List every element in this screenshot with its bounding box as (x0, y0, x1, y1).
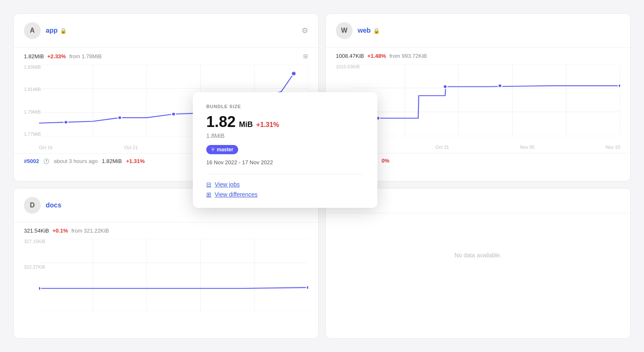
tooltip-dates: 16 Nov 2022 - 17 Nov 2022 (206, 159, 364, 166)
duplicates-card: -duplicates No data available. (325, 188, 631, 339)
app-diff-icon[interactable]: ⊞ (303, 53, 308, 60)
web-lock-icon: 🔒 (373, 28, 380, 34)
app-stat-from: from 1.78MiB (69, 53, 101, 60)
web-chart-svg (351, 64, 620, 136)
tooltip-actions: ⊟ View jobs ⊞ View differences (206, 181, 364, 198)
svg-point-14 (291, 71, 296, 76)
app-footer-change: +1.31% (126, 158, 145, 164)
svg-point-37 (306, 285, 308, 289)
app-y-label-1: 1.83MiB (24, 65, 41, 70)
settings-icon[interactable]: ⚙ (301, 26, 308, 35)
web-avatar: W (336, 22, 353, 39)
app-footer-size: 1.82MiB (102, 158, 122, 164)
app-y-labels: 1.83MiB 1.81MiB 1.79MiB 1.77MiB (24, 65, 41, 137)
view-differences-label: View differences (215, 191, 257, 198)
tooltip-change: +1.31% (256, 121, 279, 129)
web-footer-change: 0% (382, 158, 390, 164)
docs-stat-size: 321.54KiB (24, 228, 49, 234)
docs-stats: 321.54KiB +0.1% from 321.22KiB (14, 223, 318, 236)
tooltip-prev-size: 1.8MiB (206, 132, 364, 139)
jobs-icon: ⊟ (206, 181, 211, 188)
app-build-link[interactable]: #5002 (24, 158, 39, 164)
svg-point-9 (64, 120, 68, 124)
app-card-header: A app 🔒 ⚙ (14, 14, 318, 48)
docs-stat-from: from 321.22KiB (71, 228, 109, 234)
web-stat-size: 1008.47KiB (336, 53, 364, 59)
app-avatar: A (24, 22, 41, 39)
app-y-label-2: 1.81MiB (24, 87, 41, 92)
docs-title[interactable]: docs (46, 202, 61, 209)
branch-name: master (217, 147, 233, 153)
web-x-labels: Oct 26 Oct 31 Nov 05 Nov 10 (351, 145, 620, 150)
app-stat-size: 1.82MiB (24, 53, 44, 60)
app-y-label-4: 1.77MiB (24, 132, 41, 137)
view-jobs-label: View jobs (215, 181, 240, 188)
web-x-label-2: Oct 31 (436, 145, 449, 150)
docs-chart-area: 327.15KiB 322.27KiB (14, 236, 318, 328)
app-stat-change: +2.33% (47, 53, 66, 60)
no-data-message: No data available. (326, 213, 630, 297)
svg-point-27 (618, 84, 620, 88)
docs-chart-svg (39, 239, 308, 311)
clock-icon: 🕐 (43, 158, 49, 164)
docs-avatar: D (24, 197, 41, 214)
docs-stat-change: +0.1% (52, 228, 68, 234)
svg-point-25 (443, 85, 447, 88)
web-stat-change: +1.48% (367, 53, 386, 59)
web-card-header: W web 🔒 (326, 14, 630, 48)
svg-point-26 (498, 84, 502, 88)
web-stats: 1008.47KiB +1.48% from 993.72KiB (326, 48, 630, 61)
app-stats: 1.82MiB +2.33% from 1.78MiB ⊞ (14, 48, 318, 61)
docs-card: D docs 321.54KiB +0.1% from 321.22KiB 32… (13, 188, 319, 339)
tooltip-divider (206, 174, 364, 174)
tooltip-size-unit: MiB (239, 120, 253, 129)
app-x-label-2: Oct 21 (124, 145, 138, 150)
app-x-label-1: Oct 16 (39, 145, 52, 150)
tooltip-branch-badge: ⑂ master (206, 145, 238, 154)
tooltip-size-row: 1.82 MiB +1.31% (206, 113, 364, 131)
web-title[interactable]: web (358, 27, 371, 34)
app-title[interactable]: app (46, 27, 57, 34)
view-jobs-link[interactable]: ⊟ View jobs (206, 181, 364, 188)
svg-point-10 (118, 116, 122, 120)
tooltip-size-main: 1.82 (206, 113, 236, 131)
view-differences-link[interactable]: ⊞ View differences (206, 191, 364, 198)
branch-icon: ⑂ (211, 147, 214, 153)
bundle-size-tooltip: BUNDLE SIZE 1.82 MiB +1.31% 1.8MiB ⑂ mas… (193, 92, 377, 208)
web-x-label-3: Nov 05 (520, 145, 535, 150)
lock-icon: 🔒 (60, 28, 67, 34)
web-x-label-4: Nov 10 (605, 145, 620, 150)
differences-icon: ⊞ (206, 191, 211, 198)
app-y-label-3: 1.79MiB (24, 109, 41, 114)
tooltip-label: BUNDLE SIZE (206, 104, 364, 109)
app-footer-time: about 3 hours ago (54, 158, 98, 164)
svg-point-11 (171, 112, 175, 116)
svg-point-36 (39, 286, 41, 290)
web-stat-from: from 993.72KiB (390, 53, 427, 59)
